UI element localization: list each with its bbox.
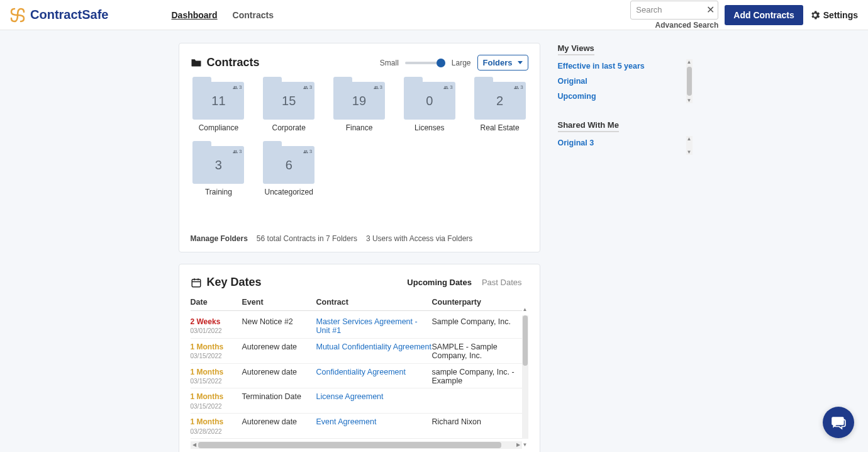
folder-count: 0 xyxy=(426,94,433,108)
folder-count: 15 xyxy=(282,94,296,108)
cell-counterparty: sample Company, Inc. - Example xyxy=(432,368,522,385)
cell-date: 1 Months03/28/2022 xyxy=(191,417,242,436)
tab-upcoming-dates[interactable]: Upcoming Dates xyxy=(407,278,472,287)
scroll-right-icon[interactable]: ▶ xyxy=(515,442,522,448)
scroll-left-icon[interactable]: ◀ xyxy=(191,442,198,448)
contracts-title: Contracts xyxy=(207,56,260,69)
add-contracts-button[interactable]: Add Contracts xyxy=(725,5,803,25)
folder-tile[interactable]: 3 6 Uncategorized xyxy=(260,146,317,196)
sidebar-view-link[interactable]: Original xyxy=(558,77,690,86)
sidebar-right: My Views Effective in last 5 yearsOrigin… xyxy=(558,43,690,452)
scroll-thumb[interactable] xyxy=(687,67,692,96)
folder-label: Uncategorized xyxy=(265,188,313,196)
people-icon xyxy=(514,85,519,90)
folders-grid: 3 11 Compliance 3 15 Corporate 3 19 Fina… xyxy=(191,82,528,196)
folder-tile[interactable]: 3 19 Finance xyxy=(331,82,387,132)
folders-dropdown-label: Folders xyxy=(483,58,513,67)
keydates-scrollbar-vertical[interactable]: ▲ ▼ xyxy=(522,315,528,439)
folder-tile[interactable]: 3 3 Training xyxy=(191,146,247,196)
folder-icon: 3 6 xyxy=(263,146,314,184)
settings-button[interactable]: Settings xyxy=(810,9,858,21)
sidebar-view-link[interactable]: Effective in last 5 years xyxy=(558,62,690,71)
tab-past-dates[interactable]: Past Dates xyxy=(482,278,522,287)
scroll-up-icon[interactable]: ▲ xyxy=(686,59,693,65)
folder-label: Training xyxy=(205,188,232,196)
scroll-up-icon[interactable]: ▲ xyxy=(686,136,693,142)
cell-event: New Notice #2 xyxy=(242,317,316,326)
folder-size-slider[interactable] xyxy=(405,62,445,64)
col-date: Date xyxy=(191,298,242,307)
settings-label: Settings xyxy=(823,10,858,20)
cell-date: 2 Weeks03/01/2022 xyxy=(191,317,242,336)
sidebar-shared-link[interactable]: Original 3 xyxy=(558,138,690,147)
scroll-thumb-horizontal[interactable] xyxy=(198,442,502,448)
table-row: 1 Months03/15/2022 Autorenew date Mutual… xyxy=(191,339,522,364)
folder-icon: 3 15 xyxy=(263,82,314,120)
brand-name: ContractSafe xyxy=(30,8,108,22)
cell-counterparty: Sample Company, Inc. xyxy=(432,317,522,326)
cell-event: Termination Date xyxy=(242,392,316,401)
search-clear-icon[interactable]: ✕ xyxy=(706,5,715,15)
nav-contracts[interactable]: Contracts xyxy=(233,10,274,20)
scroll-up-icon[interactable]: ▲ xyxy=(522,307,528,312)
chat-icon xyxy=(830,414,847,431)
folder-tile[interactable]: 3 15 Corporate xyxy=(260,82,317,132)
shared-scrollbar[interactable]: ▲ ▼ xyxy=(686,136,693,155)
search-input[interactable] xyxy=(630,1,718,20)
contract-link[interactable]: License Agreement xyxy=(316,392,384,401)
folder-label: Licenses xyxy=(415,123,444,132)
main-nav: Dashboard Contracts xyxy=(171,10,273,20)
col-event: Event xyxy=(242,298,316,307)
cell-date: 1 Months03/15/2022 xyxy=(191,392,242,410)
keydates-card: Key Dates Upcoming Dates Past Dates Date… xyxy=(179,264,540,452)
col-contract: Contract xyxy=(316,298,432,307)
folder-tile[interactable]: 3 2 Real Estate xyxy=(472,82,528,132)
folder-icon: 3 11 xyxy=(192,82,244,120)
contract-link[interactable]: Master Services Agreement - Unit #1 xyxy=(316,317,418,335)
people-icon xyxy=(233,85,238,90)
contract-link[interactable]: Event Agreement xyxy=(316,417,377,426)
people-icon xyxy=(233,149,238,154)
scroll-down-icon[interactable]: ▼ xyxy=(522,442,528,448)
folders-dropdown[interactable]: Folders xyxy=(477,55,528,71)
folder-tile[interactable]: 3 11 Compliance xyxy=(191,82,247,132)
scroll-thumb[interactable] xyxy=(523,315,528,366)
scroll-down-icon[interactable]: ▼ xyxy=(686,149,693,155)
scroll-down-icon[interactable]: ▼ xyxy=(686,98,693,103)
keydates-title: Key Dates xyxy=(207,276,262,289)
contracts-footer: Manage Folders 56 total Contracts in 7 F… xyxy=(191,234,528,243)
cell-contract: Master Services Agreement - Unit #1 xyxy=(316,317,432,335)
logo-icon xyxy=(10,8,25,23)
cell-date: 1 Months03/15/2022 xyxy=(191,342,242,361)
cell-event: Autorenew date xyxy=(242,342,316,351)
views-scrollbar[interactable]: ▲ ▼ xyxy=(686,59,693,103)
share-count: 3 xyxy=(374,84,382,90)
cell-contract: Confidentiality Agreement xyxy=(316,368,432,376)
chat-button[interactable] xyxy=(823,407,854,438)
table-row: 2 Weeks03/01/2022 New Notice #2 Master S… xyxy=(191,314,522,339)
my-views-title: My Views xyxy=(558,43,594,55)
size-small-label: Small xyxy=(380,59,399,67)
col-counterparty: Counterparty xyxy=(432,298,522,307)
nav-dashboard[interactable]: Dashboard xyxy=(171,10,217,20)
manage-folders-link[interactable]: Manage Folders xyxy=(191,234,248,243)
slider-thumb[interactable] xyxy=(437,59,445,67)
folder-count: 3 xyxy=(215,158,222,172)
folder-icon: 3 3 xyxy=(192,146,244,184)
folder-label: Corporate xyxy=(272,123,306,132)
svg-rect-0 xyxy=(192,279,201,286)
cell-event: Autorenew date xyxy=(242,368,316,376)
folder-label: Compliance xyxy=(199,123,238,132)
advanced-search-link[interactable]: Advanced Search xyxy=(630,21,718,30)
top-header: ContractSafe Dashboard Contracts ✕ Advan… xyxy=(0,0,868,30)
contract-link[interactable]: Mutual Confidentiality Agreement xyxy=(316,342,431,351)
contracts-card: Contracts Small Large Folders 3 11 xyxy=(179,43,540,252)
cell-contract: License Agreement xyxy=(316,392,432,401)
sidebar-view-link[interactable]: Upcoming xyxy=(558,92,690,101)
folder-tile[interactable]: 3 0 Licenses xyxy=(401,82,458,132)
people-icon xyxy=(303,85,308,90)
keydates-scrollbar-horizontal[interactable]: ◀ ▶ xyxy=(191,441,522,449)
contract-link[interactable]: Confidentiality Agreement xyxy=(316,368,406,376)
brand-logo[interactable]: ContractSafe xyxy=(10,8,108,23)
folder-icon: 3 0 xyxy=(404,82,455,120)
